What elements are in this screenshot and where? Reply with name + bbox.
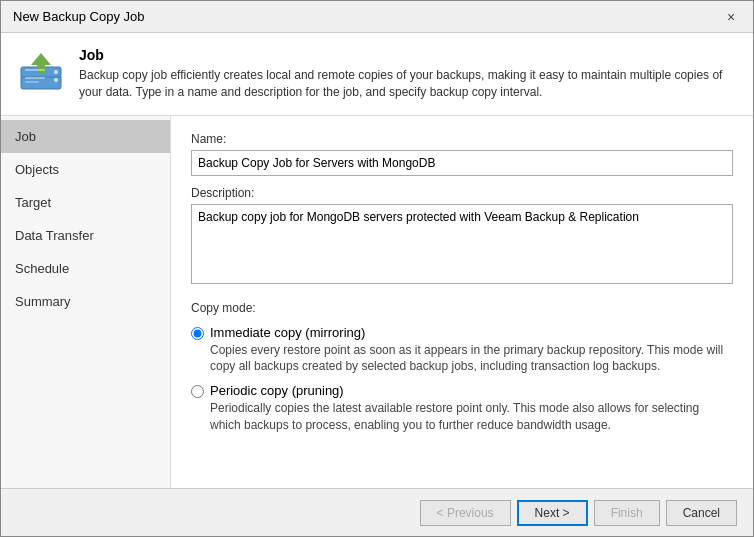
- sidebar-item-target[interactable]: Target: [1, 186, 170, 219]
- main-content: Name: Description: Backup copy job for M…: [171, 116, 753, 488]
- dialog-title: New Backup Copy Job: [13, 9, 145, 24]
- radio-immediate[interactable]: [191, 327, 204, 340]
- radio-immediate-label: Immediate copy (mirroring): [210, 325, 733, 340]
- next-button[interactable]: Next >: [517, 500, 588, 526]
- svg-point-3: [54, 70, 58, 74]
- cancel-button[interactable]: Cancel: [666, 500, 737, 526]
- sidebar: Job Objects Target Data Transfer Schedul…: [1, 116, 171, 488]
- job-icon: [17, 47, 65, 95]
- svg-point-4: [54, 78, 58, 82]
- content-area: Job Objects Target Data Transfer Schedul…: [1, 116, 753, 488]
- radio-periodic[interactable]: [191, 385, 204, 398]
- header-text: Job Backup copy job efficiently creates …: [79, 47, 737, 101]
- radio-option-periodic: Periodic copy (pruning) Periodically cop…: [191, 383, 733, 434]
- header-title: Job: [79, 47, 737, 63]
- name-input[interactable]: [191, 150, 733, 176]
- svg-rect-5: [25, 69, 45, 71]
- description-input[interactable]: Backup copy job for MongoDB servers prot…: [191, 204, 733, 284]
- copy-mode-label: Copy mode:: [191, 301, 733, 315]
- close-button[interactable]: ×: [721, 7, 741, 27]
- sidebar-item-job[interactable]: Job: [1, 120, 170, 153]
- previous-button[interactable]: < Previous: [420, 500, 511, 526]
- sidebar-item-data-transfer[interactable]: Data Transfer: [1, 219, 170, 252]
- finish-button[interactable]: Finish: [594, 500, 660, 526]
- sidebar-item-objects[interactable]: Objects: [1, 153, 170, 186]
- sidebar-item-schedule[interactable]: Schedule: [1, 252, 170, 285]
- radio-immediate-desc: Copies every restore point as soon as it…: [210, 342, 733, 376]
- radio-periodic-label: Periodic copy (pruning): [210, 383, 733, 398]
- title-bar: New Backup Copy Job ×: [1, 1, 753, 33]
- header-area: Job Backup copy job efficiently creates …: [1, 33, 753, 116]
- radio-periodic-desc: Periodically copies the latest available…: [210, 400, 733, 434]
- description-label: Description:: [191, 186, 733, 200]
- name-label: Name:: [191, 132, 733, 146]
- footer: < Previous Next > Finish Cancel: [1, 488, 753, 536]
- sidebar-item-summary[interactable]: Summary: [1, 285, 170, 318]
- svg-rect-7: [25, 81, 39, 83]
- svg-rect-6: [25, 77, 45, 79]
- header-description: Backup copy job efficiently creates loca…: [79, 67, 737, 101]
- radio-option-immediate: Immediate copy (mirroring) Copies every …: [191, 325, 733, 376]
- dialog: New Backup Copy Job × Job Backup copy jo…: [0, 0, 754, 537]
